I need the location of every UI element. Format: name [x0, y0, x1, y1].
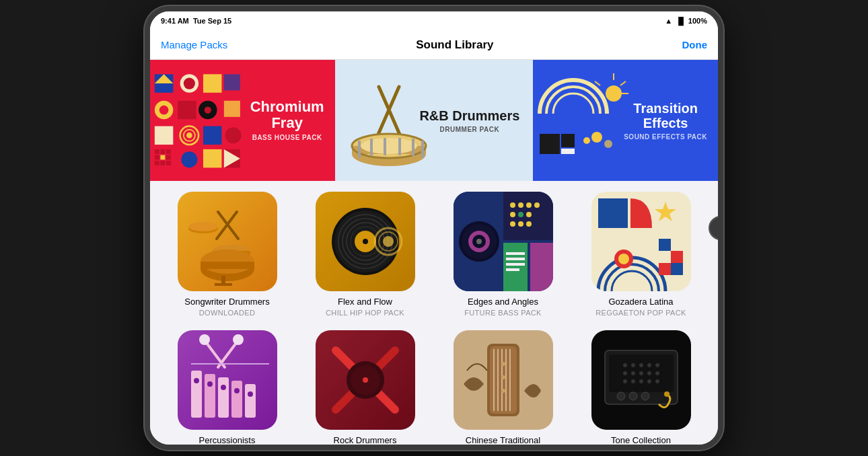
- pack-type-tone: Guitar Sound Pack: [600, 447, 682, 450]
- svg-point-150: [639, 371, 643, 375]
- svg-rect-115: [245, 384, 256, 418]
- svg-point-159: [629, 392, 637, 400]
- svg-point-160: [641, 392, 649, 400]
- featured-card-chromium-fray[interactable]: Chromium Fray Bass House Pack: [150, 60, 335, 181]
- pack-item-gozadera-latina[interactable]: Gozadera Latina Reggaeton Pop Pack: [577, 192, 704, 317]
- svg-rect-21: [155, 155, 159, 159]
- svg-point-138: [501, 362, 505, 366]
- svg-line-31: [379, 87, 402, 141]
- svg-point-158: [617, 392, 625, 400]
- manage-packs-button[interactable]: Manage Packs: [161, 39, 227, 50]
- rnb-text: R&B Drummers Drummer Pack: [419, 108, 519, 133]
- svg-rect-81: [530, 243, 553, 291]
- pack-item-chinese-traditional[interactable]: Chinese Traditional DOWNLOADED: [439, 330, 567, 450]
- svg-rect-25: [160, 161, 165, 165]
- battery-icon: ▐▌ 100%: [676, 17, 707, 25]
- svg-rect-16: [203, 126, 221, 145]
- pack-grid: Songwriter Drummers DOWNLOADED: [164, 192, 704, 450]
- pack-item-percussionists[interactable]: Percussionists Drummer Pack: [164, 330, 291, 450]
- svg-point-157: [655, 379, 659, 383]
- pack-thumb-flex: [316, 192, 415, 291]
- svg-rect-38: [358, 141, 361, 158]
- status-time: 9:41 AM Tue Sep 15: [161, 17, 231, 25]
- pack-name-chinese: Chinese Traditional: [466, 435, 540, 447]
- svg-rect-23: [166, 155, 171, 159]
- pack-item-rock-drummers[interactable]: Rock Drummers Drummer Pack: [301, 330, 429, 450]
- svg-point-89: [526, 202, 532, 208]
- pack-item-edges-and-angles[interactable]: Edges and Angles Future Bass Pack: [439, 192, 567, 317]
- svg-point-88: [518, 202, 523, 208]
- svg-rect-22: [160, 155, 165, 159]
- svg-point-56: [188, 222, 218, 231]
- done-button[interactable]: Done: [682, 39, 708, 50]
- svg-rect-108: [671, 263, 683, 275]
- svg-point-139: [501, 375, 505, 379]
- svg-point-144: [631, 363, 635, 367]
- featured-card-rnb-drummers[interactable]: R&B Drummers Drummer Pack: [335, 60, 534, 181]
- featured-card-transition-effects[interactable]: Transition Effects Sound Effects Pack: [533, 60, 718, 181]
- svg-point-151: [647, 371, 651, 375]
- svg-rect-28: [203, 149, 221, 167]
- pack-thumb-percussionists: [178, 330, 277, 430]
- pack-item-flex-and-flow[interactable]: Flex and Flow Chill Hip Hop Pack: [301, 192, 429, 317]
- svg-point-110: [618, 254, 629, 264]
- svg-point-95: [518, 221, 523, 227]
- svg-point-27: [181, 151, 197, 167]
- svg-rect-12: [155, 126, 173, 145]
- svg-point-10: [205, 106, 211, 113]
- svg-rect-42: [412, 139, 414, 156]
- chromium-fray-title: Chromium Fray: [250, 99, 324, 131]
- svg-rect-97: [506, 252, 525, 255]
- svg-rect-24: [155, 161, 159, 165]
- svg-point-54: [604, 140, 612, 148]
- svg-rect-43: [421, 141, 424, 158]
- svg-rect-4: [203, 74, 221, 92]
- svg-rect-20: [166, 149, 171, 154]
- svg-rect-106: [671, 251, 683, 263]
- svg-rect-80: [503, 243, 528, 291]
- svg-rect-40: [384, 138, 386, 155]
- wifi-icon: ▲: [665, 17, 672, 25]
- svg-point-15: [186, 132, 192, 139]
- svg-point-148: [623, 371, 627, 375]
- svg-marker-102: [655, 202, 676, 221]
- svg-rect-5: [224, 74, 240, 90]
- svg-rect-18: [155, 149, 159, 154]
- pack-thumb-gozadera: [591, 192, 691, 291]
- svg-line-32: [375, 87, 399, 141]
- svg-rect-19: [160, 149, 165, 154]
- rnb-title: R&B Drummers: [419, 108, 519, 123]
- svg-point-155: [639, 379, 643, 383]
- svg-point-94: [510, 221, 515, 227]
- svg-rect-112: [205, 374, 215, 418]
- svg-point-140: [501, 389, 505, 393]
- svg-point-123: [221, 385, 226, 390]
- svg-point-53: [591, 132, 602, 143]
- svg-rect-26: [166, 161, 171, 165]
- pack-thumb-edges: [454, 192, 553, 291]
- pack-item-songwriter-drummers[interactable]: Songwriter Drummers DOWNLOADED: [164, 192, 291, 317]
- pack-name-tone: Tone Collection: [611, 435, 671, 447]
- svg-point-152: [655, 371, 659, 375]
- status-indicators: ▲ ▐▌ 100%: [665, 17, 707, 25]
- pack-name-flex: Flex and Flow: [338, 297, 392, 308]
- transition-art: [533, 60, 625, 181]
- pack-type-flex: Chill Hip Hop Pack: [326, 309, 404, 317]
- svg-point-91: [510, 212, 515, 217]
- pack-type-songwriter: DOWNLOADED: [199, 309, 255, 317]
- svg-rect-98: [506, 258, 525, 260]
- svg-rect-113: [218, 377, 229, 418]
- pack-name-percussionists: Percussionists: [199, 435, 256, 447]
- svg-rect-49: [540, 134, 560, 154]
- pack-type-chinese: DOWNLOADED: [475, 447, 531, 450]
- svg-rect-50: [561, 134, 575, 147]
- svg-rect-105: [659, 251, 671, 263]
- pack-type-edges: Future Bass Pack: [464, 309, 542, 317]
- svg-point-149: [631, 371, 635, 375]
- svg-rect-114: [231, 381, 242, 418]
- pack-thumb-songwriter-drummers: [178, 192, 277, 291]
- svg-point-161: [664, 391, 670, 397]
- pack-item-tone-collection[interactable]: Tone Collection Guitar Sound Pack: [577, 330, 704, 450]
- svg-point-124: [234, 388, 240, 393]
- svg-point-130: [363, 377, 368, 383]
